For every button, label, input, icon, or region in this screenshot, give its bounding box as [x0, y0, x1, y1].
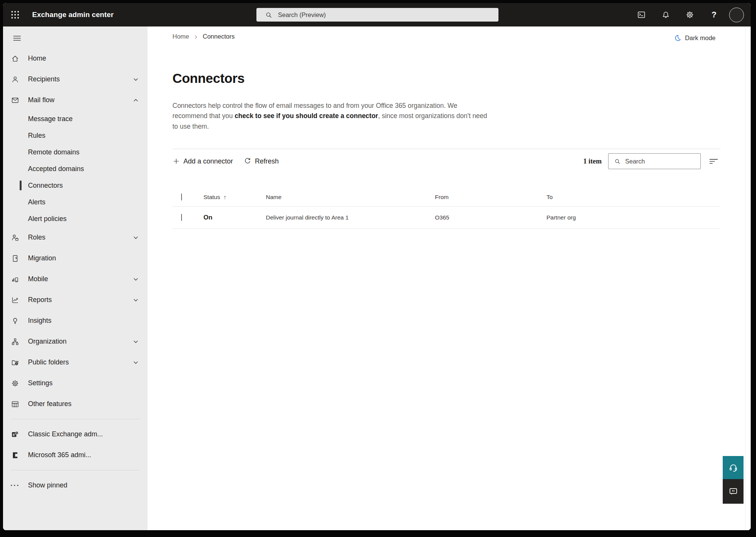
sidebar-item-home[interactable]: Home — [3, 48, 147, 69]
chevron-down-icon — [133, 235, 138, 240]
column-header-name[interactable]: Name — [266, 194, 281, 201]
svg-text:E: E — [13, 433, 15, 436]
sidebar-nav: Home Recipients Mail flow — [3, 48, 147, 496]
app-title: Exchange admin center — [32, 3, 113, 26]
chart-icon — [11, 296, 20, 305]
toolbar-divider — [172, 149, 720, 149]
support-button[interactable] — [723, 456, 744, 479]
sidebar-item-label: Roles — [28, 233, 45, 241]
sidebar-item-roles[interactable]: Roles — [3, 227, 147, 248]
sidebar-item-recipients[interactable]: Recipients — [3, 69, 147, 90]
selected-indicator — [20, 181, 22, 190]
settings-button[interactable] — [678, 3, 702, 26]
exchange-logo-icon: E — [11, 430, 20, 439]
sidebar-item-label: Insights — [28, 317, 51, 325]
person-icon — [11, 75, 20, 84]
sidebar-item-m365-admin[interactable]: Microsoft 365 admi... — [3, 445, 147, 465]
home-icon — [11, 54, 20, 63]
sidebar-item-label: Settings — [28, 379, 53, 387]
row-name[interactable]: Deliver journal directly to Area 1 — [266, 214, 349, 221]
dark-mode-toggle[interactable]: Dark mode — [674, 34, 716, 42]
notifications-button[interactable] — [654, 3, 678, 26]
sidebar-item-message-trace[interactable]: Message trace — [3, 111, 147, 127]
sort-ascending-icon: ↑ — [224, 194, 227, 200]
row-status: On — [203, 214, 213, 221]
global-search-box[interactable] — [256, 8, 498, 22]
refresh-icon — [244, 157, 251, 165]
person-roles-icon — [11, 233, 20, 242]
feedback-button[interactable] — [723, 479, 744, 504]
sidebar-item-rules[interactable]: Rules — [3, 127, 147, 144]
hamburger-icon — [13, 34, 21, 42]
sidebar-item-label: Microsoft 365 admi... — [28, 451, 91, 459]
row-to: Partner org — [546, 214, 576, 221]
gear-icon — [11, 379, 20, 388]
breadcrumb-home-link[interactable]: Home — [172, 33, 189, 40]
bell-icon — [661, 11, 670, 19]
sidebar-item-label: Rules — [28, 132, 45, 140]
column-header-status[interactable]: Status↑ — [203, 194, 226, 201]
cloud-shell-button[interactable] — [629, 3, 654, 26]
help-icon: ? — [711, 10, 716, 20]
sidebar-item-mail-flow[interactable]: Mail flow — [3, 90, 147, 111]
sidebar-item-migration[interactable]: Migration — [3, 248, 147, 269]
list-search-input[interactable] — [624, 157, 690, 165]
sidebar-item-other-features[interactable]: Other features — [3, 394, 147, 414]
chevron-down-icon — [133, 360, 138, 365]
topbar: Exchange admin center — [3, 3, 751, 26]
sidebar-item-label: Mail flow — [28, 96, 54, 104]
sidebar-item-settings[interactable]: Settings — [3, 373, 147, 394]
filter-icon — [709, 157, 719, 166]
chevron-down-icon — [133, 339, 138, 344]
sidebar-item-accepted-domains[interactable]: Accepted domains — [3, 160, 147, 177]
table-row[interactable]: On Deliver journal directly to Area 1 O3… — [172, 207, 720, 229]
scrollbar-track[interactable] — [745, 26, 751, 530]
folder-globe-icon — [11, 358, 20, 367]
ellipsis-icon: ··· — [11, 481, 20, 490]
sidebar-item-public-folders[interactable]: Public folders — [3, 352, 147, 373]
list-search-box[interactable] — [608, 153, 701, 169]
headset-icon — [728, 463, 738, 473]
help-button[interactable]: ? — [702, 3, 726, 26]
row-checkbox[interactable] — [181, 214, 182, 221]
exchange-admin-window: Exchange admin center — [3, 3, 751, 530]
refresh-button[interactable]: Refresh — [244, 155, 283, 168]
chevron-right-icon — [194, 35, 198, 39]
waffle-icon — [10, 10, 20, 20]
sidebar-item-label: Other features — [28, 400, 71, 408]
global-search-input[interactable] — [277, 11, 491, 19]
sidebar-item-insights[interactable]: Insights — [3, 310, 147, 331]
refresh-label: Refresh — [255, 157, 279, 165]
sidebar-item-classic-exchange[interactable]: E Classic Exchange adm... — [3, 424, 147, 445]
add-connector-button[interactable]: Add a connector — [172, 155, 237, 168]
sidebar-item-label: Public folders — [28, 358, 69, 366]
filter-button[interactable] — [707, 155, 720, 167]
breadcrumb-current: Connectors — [203, 33, 234, 40]
sidebar-item-label: Alerts — [28, 198, 45, 206]
sidebar-item-show-pinned[interactable]: ··· Show pinned — [3, 475, 147, 496]
sidebar-divider — [11, 470, 140, 470]
sidebar-item-reports[interactable]: Reports — [3, 290, 147, 310]
sidebar-item-label: Accepted domains — [28, 165, 84, 173]
sidebar-divider — [11, 419, 140, 419]
chevron-down-icon — [133, 297, 138, 303]
sidebar-item-mobile[interactable]: Mobile — [3, 269, 147, 290]
sidebar-item-label: Mobile — [28, 275, 48, 283]
app-launcher-button[interactable] — [8, 7, 23, 22]
sidebar-item-connectors-selected[interactable]: Connectors — [3, 177, 147, 194]
sidebar-item-alert-policies[interactable]: Alert policies — [3, 210, 147, 227]
sidebar-item-alerts[interactable]: Alerts — [3, 194, 147, 210]
nav-collapse-button[interactable] — [11, 33, 23, 44]
org-chart-icon — [11, 337, 20, 346]
mail-icon — [11, 96, 20, 105]
migration-icon — [11, 254, 20, 263]
select-all-checkbox[interactable] — [181, 193, 182, 201]
column-header-to[interactable]: To — [546, 194, 553, 201]
page-title: Connectors — [172, 71, 244, 86]
chevron-down-icon — [133, 77, 138, 82]
description-link[interactable]: check to see if you should create a conn… — [234, 112, 378, 120]
account-avatar[interactable] — [729, 8, 744, 22]
sidebar-item-remote-domains[interactable]: Remote domains — [3, 144, 147, 160]
column-header-from[interactable]: From — [435, 194, 449, 201]
sidebar-item-organization[interactable]: Organization — [3, 331, 147, 352]
